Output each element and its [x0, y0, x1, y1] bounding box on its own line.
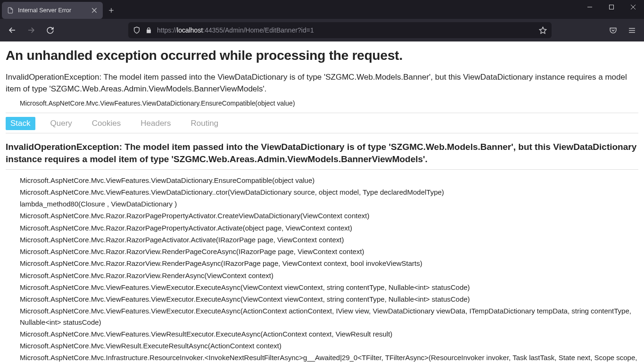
tab-query[interactable]: Query — [46, 117, 77, 130]
shield-icon[interactable] — [133, 26, 140, 34]
document-icon — [7, 7, 14, 14]
window-controls — [579, 0, 644, 19]
tab-title: Internal Server Error — [18, 7, 87, 14]
stack-frame[interactable]: Microsoft.AspNetCore.Mvc.ViewFeatures.Vi… — [20, 174, 638, 186]
exception-source-frame: Microsoft.AspNetCore.Mvc.ViewFeatures.Vi… — [20, 99, 638, 107]
error-page[interactable]: An unhandled exception occurred while pr… — [0, 41, 644, 362]
url-prefix: https:// — [157, 26, 177, 34]
stack-frame[interactable]: Microsoft.AspNetCore.Mvc.ViewFeatures.Vi… — [20, 186, 638, 198]
app-menu-icon[interactable] — [623, 22, 640, 39]
tab-stack[interactable]: Stack — [6, 117, 35, 130]
stack-frame[interactable]: Microsoft.AspNetCore.Mvc.Razor.RazorView… — [20, 246, 638, 257]
tab-headers[interactable]: Headers — [136, 117, 175, 130]
window-titlebar: Internal Server Error — [0, 0, 644, 19]
pocket-icon[interactable] — [604, 22, 621, 39]
stack-frame[interactable]: Microsoft.AspNetCore.Mvc.Razor.RazorView… — [20, 270, 638, 281]
stack-frame[interactable]: Microsoft.AspNetCore.Mvc.Infrastructure.… — [20, 352, 638, 362]
url-text: https://localhost:44355/Admin/Home/EditB… — [157, 26, 534, 34]
tab-cookies[interactable]: Cookies — [87, 117, 125, 130]
reload-button[interactable] — [41, 22, 58, 39]
url-host: localhost — [177, 26, 203, 34]
lock-icon[interactable] — [145, 27, 152, 34]
stack-frame[interactable]: Microsoft.AspNetCore.Mvc.ViewFeatures.Vi… — [20, 305, 638, 328]
browser-toolbar: https://localhost:44355/Admin/Home/EditB… — [0, 19, 644, 41]
stack-frame[interactable]: Microsoft.AspNetCore.Mvc.Razor.RazorView… — [20, 257, 638, 269]
stack-frame[interactable]: Microsoft.AspNetCore.Mvc.Razor.RazorPage… — [20, 222, 638, 234]
page-title: An unhandled exception occurred while pr… — [6, 48, 638, 63]
content-viewport: An unhandled exception occurred while pr… — [0, 41, 644, 362]
close-tab-icon[interactable] — [91, 7, 98, 14]
browser-tab[interactable]: Internal Server Error — [2, 2, 103, 19]
close-window-button[interactable] — [622, 0, 644, 14]
stack-trace-list: Microsoft.AspNetCore.Mvc.ViewFeatures.Vi… — [6, 174, 638, 362]
new-tab-button[interactable] — [103, 2, 120, 19]
svg-rect-5 — [610, 5, 614, 9]
minimize-button[interactable] — [579, 0, 601, 14]
stack-heading: InvalidOperationException: The model ite… — [6, 141, 638, 169]
stack-frame[interactable]: Microsoft.AspNetCore.Mvc.Razor.RazorPage… — [20, 210, 638, 222]
exception-message: InvalidOperationException: The model ite… — [6, 72, 628, 95]
stack-frame[interactable]: Microsoft.AspNetCore.Mvc.ViewFeatures.Vi… — [20, 293, 638, 305]
address-bar[interactable]: https://localhost:44355/Admin/Home/EditB… — [128, 22, 552, 38]
stack-frame[interactable]: Microsoft.AspNetCore.Mvc.ViewResult.Exec… — [20, 340, 638, 352]
svg-marker-10 — [539, 27, 546, 33]
stack-frame[interactable]: Microsoft.AspNetCore.Mvc.Razor.RazorPage… — [20, 234, 638, 246]
stack-frame[interactable]: Microsoft.AspNetCore.Mvc.ViewFeatures.Vi… — [20, 328, 638, 340]
back-button[interactable] — [4, 22, 21, 39]
bookmark-star-icon[interactable] — [539, 26, 547, 34]
forward-button[interactable] — [23, 22, 40, 39]
stack-frame[interactable]: Microsoft.AspNetCore.Mvc.ViewFeatures.Vi… — [20, 281, 638, 293]
url-path: :44355/Admin/Home/EditBanner?id=1 — [203, 26, 314, 34]
stack-frame[interactable]: lambda_method80(Closure , ViewDataDictio… — [20, 198, 638, 210]
detail-tabs: StackQueryCookiesHeadersRouting — [6, 113, 638, 133]
tab-routing[interactable]: Routing — [186, 117, 223, 130]
maximize-button[interactable] — [601, 0, 622, 14]
